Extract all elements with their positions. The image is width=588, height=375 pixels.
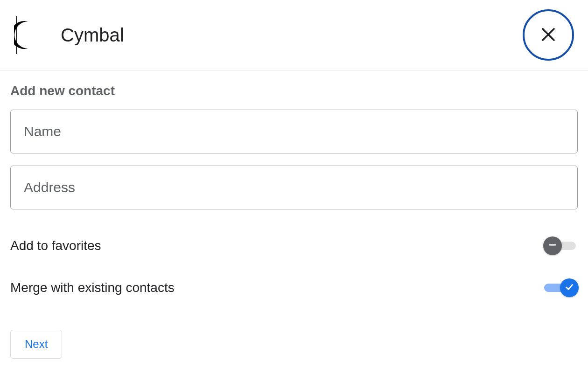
favorites-row: Add to favorites [10,236,578,255]
section-title: Add new contact [10,83,578,98]
header: Cymbal [0,0,588,70]
brand: Cymbal [14,16,124,54]
merge-toggle[interactable] [544,278,578,297]
close-button[interactable] [523,9,574,61]
toggle-thumb-off [543,236,562,255]
name-input[interactable] [10,110,578,153]
content: Add new contact Add to favorites Merge w… [0,70,588,372]
cymbal-logo-icon [14,16,52,54]
merge-label: Merge with existing contacts [10,280,175,295]
favorites-label: Add to favorites [10,238,101,253]
brand-title: Cymbal [61,25,124,46]
address-input[interactable] [10,166,578,209]
toggle-thumb-on [560,278,579,297]
favorites-toggle[interactable] [544,236,578,255]
merge-row: Merge with existing contacts [10,278,578,297]
check-icon [564,282,574,294]
close-icon [540,26,557,44]
minus-icon [547,240,558,252]
next-button[interactable]: Next [10,330,62,359]
